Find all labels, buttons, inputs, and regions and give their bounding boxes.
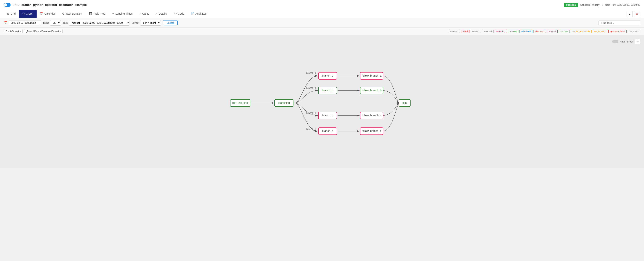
tab-gantt[interactable]: ≡ Gantt xyxy=(136,10,152,18)
edge-label-branch-d: branch_d xyxy=(306,128,316,131)
header: DAG: branch_python_operator_decorator_ex… xyxy=(0,0,644,10)
date-input[interactable] xyxy=(9,20,41,26)
runs-select[interactable]: 25 xyxy=(50,20,61,26)
node-follow-branch-d-label: follow_branch_d xyxy=(362,129,382,132)
run-select[interactable]: manual__2023-02-03T12:51:57.684994+00:00 xyxy=(69,20,130,26)
calendar-small-icon: 📅 xyxy=(4,21,8,25)
refresh-button[interactable]: ↻ xyxy=(635,39,640,44)
node-join-label: join xyxy=(402,101,406,104)
runs-label: Runs xyxy=(43,22,49,24)
dag-name: branch_python_operator_decorator_example xyxy=(22,3,87,7)
status-up-for-reschedule[interactable]: up_for_reschedule xyxy=(571,30,592,33)
status-running[interactable]: running xyxy=(508,30,518,33)
edge-label-branch-b: branch_b xyxy=(306,87,316,89)
status-legend: deferred failed queued removed restartin… xyxy=(448,30,640,33)
status-failed[interactable]: failed xyxy=(461,30,469,33)
status-badge: success xyxy=(564,3,578,7)
status-no-status[interactable]: no_status xyxy=(628,30,640,33)
layout-select[interactable]: Left > Right xyxy=(140,20,161,26)
controls-bar: 📅 Runs 25 Run manual__2023-02-03T12:51:5… xyxy=(0,18,644,28)
tab-grid-label: Grid xyxy=(10,12,16,15)
header-left: DAG: branch_python_operator_decorator_ex… xyxy=(4,3,87,7)
runs-group: Runs 25 xyxy=(43,20,61,26)
date-group: 📅 xyxy=(4,20,41,26)
details-icon: △ xyxy=(156,12,158,15)
tab-grid[interactable]: ⊞ Grid xyxy=(4,10,19,18)
tab-gantt-label: Gantt xyxy=(142,12,148,15)
delete-button[interactable]: 🗑 xyxy=(634,11,640,17)
status-success[interactable]: success xyxy=(559,30,570,33)
calendar-icon: 📅 xyxy=(40,12,43,15)
node-branch-c[interactable]: branch_c xyxy=(318,112,337,119)
node-follow-branch-b[interactable]: follow_branch_b xyxy=(360,87,383,94)
node-branch-b[interactable]: branch_b xyxy=(318,87,337,94)
status-shutdown[interactable]: shutdown xyxy=(534,30,546,33)
node-follow-branch-c-label: follow_branch_c xyxy=(362,114,381,117)
grid-icon: ⊞ xyxy=(7,12,10,15)
schedule-info: Schedule: @daily xyxy=(580,4,600,6)
status-restarting[interactable]: restarting xyxy=(495,30,507,33)
tab-audit-log-label: Audit Log xyxy=(196,12,206,15)
edge-follow-a-join xyxy=(382,76,399,103)
status-up-for-retry[interactable]: up_for_retry xyxy=(593,30,607,33)
status-removed[interactable]: removed xyxy=(482,30,494,33)
node-branch-a[interactable]: branch_a xyxy=(318,72,337,79)
node-follow-branch-a[interactable]: follow_branch_a xyxy=(360,72,383,79)
dag-prefix: DAG: xyxy=(12,3,20,7)
node-branch-b-label: branch_b xyxy=(322,89,333,92)
node-branch-d[interactable]: branch_d xyxy=(318,128,337,135)
header-right: success Schedule: @daily ℹ Next Run: 202… xyxy=(564,3,640,7)
node-run-this-first[interactable]: run_this_first xyxy=(230,99,250,106)
run-label: Run xyxy=(63,22,68,24)
node-join[interactable]: join xyxy=(399,99,410,106)
operator-tag-empty[interactable]: EmptyOperator xyxy=(4,29,22,33)
tab-graph-label: Graph xyxy=(26,12,33,15)
graph-container: branch_a branch_b branch_c branch_d run_… xyxy=(4,48,640,158)
update-button[interactable]: Update xyxy=(163,20,178,26)
next-run: Next Run: 2023-02-03, 00:00:00 xyxy=(605,4,640,6)
tab-task-tries[interactable]: 🔲 Task Tries xyxy=(86,10,108,18)
tab-details[interactable]: △ Details xyxy=(152,10,170,18)
status-deferred[interactable]: deferred xyxy=(448,30,460,33)
operator-tag-branch[interactable]: _BranchPythonDecoratedOperator xyxy=(24,29,62,33)
tab-audit-log[interactable]: 📄 Audit Log xyxy=(188,10,210,18)
tab-task-tries-label: Task Tries xyxy=(93,12,105,15)
status-upstream-failed[interactable]: upstream_failed xyxy=(608,30,626,33)
edge-branching-branch-a xyxy=(295,76,318,103)
tab-calendar[interactable]: 📅 Calendar xyxy=(36,10,58,18)
auto-refresh-toggle[interactable] xyxy=(612,40,618,43)
landing-times-icon: ✈ xyxy=(112,12,114,15)
status-scheduled[interactable]: scheduled xyxy=(520,30,532,33)
node-branch-a-label: branch_a xyxy=(322,74,333,77)
auto-refresh-label: Auto-refresh xyxy=(620,40,634,43)
main-area: Auto-refresh ↻ xyxy=(0,35,644,168)
dag-toggle[interactable] xyxy=(4,3,10,7)
nav-tabs: ⊞ Grid ⬡ Graph 📅 Calendar ⏱ Task Duratio… xyxy=(0,10,644,18)
node-follow-branch-d[interactable]: follow_branch_d xyxy=(360,128,383,135)
status-skipped[interactable]: skipped xyxy=(547,30,558,33)
tab-landing-times-label: Landing Times xyxy=(116,12,133,15)
dag-svg[interactable]: branch_a branch_b branch_c branch_d run_… xyxy=(218,48,426,158)
edge-branching-branch-d xyxy=(295,103,318,131)
node-branch-c-label: branch_c xyxy=(322,114,333,117)
operators-bar: EmptyOperator _BranchPythonDecoratedOper… xyxy=(0,28,644,35)
run-group: Run manual__2023-02-03T12:51:57.684994+0… xyxy=(63,20,130,26)
task-tries-icon: 🔲 xyxy=(89,12,92,15)
tab-task-duration-label: Task Duration xyxy=(66,12,82,15)
tab-task-duration[interactable]: ⏱ Task Duration xyxy=(58,10,86,18)
node-follow-branch-c[interactable]: follow_branch_c xyxy=(360,112,383,119)
node-branch-d-label: branch_d xyxy=(322,129,333,132)
find-task-input[interactable] xyxy=(598,20,640,26)
node-branching-label: branching xyxy=(278,101,290,104)
tab-graph[interactable]: ⬡ Graph xyxy=(19,10,36,18)
code-icon: <> xyxy=(174,12,177,15)
graph-icon: ⬡ xyxy=(22,12,25,15)
tab-details-label: Details xyxy=(159,12,167,15)
node-branching[interactable]: branching xyxy=(274,99,293,106)
status-queued[interactable]: queued xyxy=(470,30,481,33)
tab-landing-times[interactable]: ✈ Landing Times xyxy=(108,10,136,18)
play-button[interactable]: ▶ xyxy=(626,11,633,17)
tab-code[interactable]: <> Code xyxy=(170,10,188,18)
edge-label-branch-a: branch_a xyxy=(306,72,316,74)
operator-tags: EmptyOperator _BranchPythonDecoratedOper… xyxy=(4,29,62,33)
